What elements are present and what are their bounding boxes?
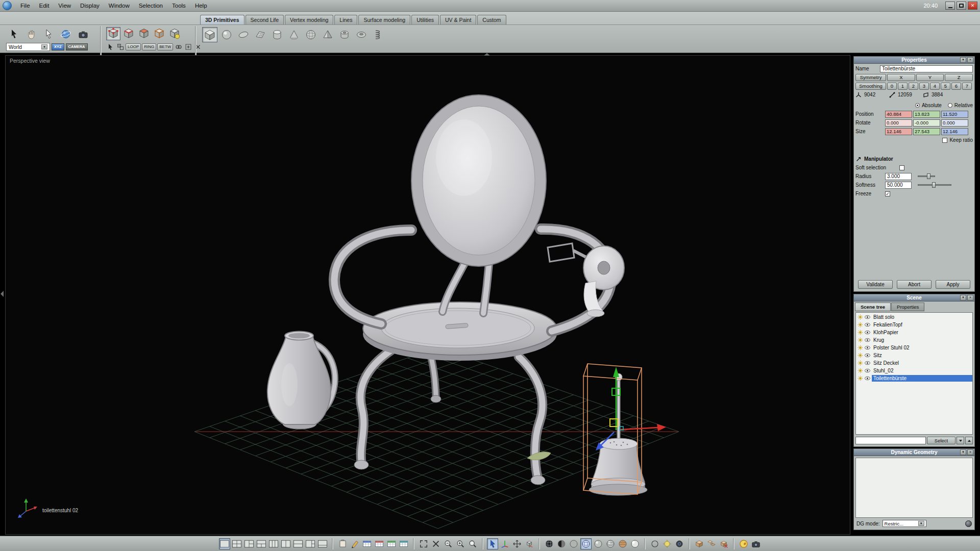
close-panel-icon[interactable]: ✕ [967,449,973,455]
manipulator-pointer-icon[interactable] [487,538,498,549]
collapse-panel-icon[interactable]: ▼ [960,449,966,455]
eye-icon[interactable] [865,375,870,381]
layout-single-icon[interactable] [219,538,230,549]
smoothing-1-button[interactable]: 1 [898,83,908,90]
ring-button[interactable]: RING [142,43,156,51]
softness-slider[interactable] [918,182,951,188]
snapshot-camera-icon[interactable] [750,538,762,549]
layout-three-col-icon[interactable] [268,538,279,549]
radius-slider[interactable] [918,173,935,179]
chair-model[interactable] [334,95,611,485]
vertex-select-mode-icon[interactable] [106,27,120,40]
pyramid-primitive-icon[interactable] [320,27,335,42]
render-icon[interactable] [738,538,749,549]
menu-view[interactable]: View [54,1,76,10]
name-field[interactable]: Toilettenbürste [880,65,973,72]
absolute-radio[interactable] [915,103,920,108]
lamp-icon[interactable] [857,353,863,358]
select-button[interactable]: Select [927,437,955,444]
collapse-panel-icon[interactable]: ▼ [960,57,966,63]
menu-file[interactable]: File [16,1,35,10]
zoom-out-icon[interactable] [443,538,454,549]
tab-uv-paint[interactable]: UV & Paint [440,15,476,24]
multi-select-mode-icon[interactable] [167,27,182,40]
scene-item[interactable]: Sitz Deckel [856,359,972,367]
menu-edit[interactable]: Edit [35,1,54,10]
freeze-checkbox[interactable]: ✓ [885,191,890,196]
box-delete-icon[interactable] [718,538,729,549]
toilet-brush-model[interactable] [589,373,647,495]
torus-primitive-icon[interactable] [354,27,369,42]
geosphere-primitive-icon[interactable] [303,27,318,42]
eye-icon[interactable] [865,337,870,343]
light-on-icon[interactable] [662,538,673,549]
cone-primitive-icon[interactable] [286,27,302,42]
smoothing-6-button[interactable]: 6 [951,83,961,90]
tab-vertex-modeling[interactable]: Vertex modeling [285,15,333,24]
face-select-mode-icon[interactable] [137,27,151,40]
menu-window[interactable]: Window [104,1,134,10]
pick-element-icon[interactable] [106,43,115,51]
size-y-field[interactable]: 27.543 [913,128,940,135]
symmetry-y-button[interactable]: Y [916,74,944,81]
position-y-field[interactable]: 13.823 [913,111,940,118]
maximize-viewport-icon[interactable] [418,538,429,549]
minimize-button[interactable] [945,2,955,10]
helix-primitive-icon[interactable] [371,27,386,42]
scene-item-selected[interactable]: Toilettenbürste [856,374,972,382]
loop-button[interactable]: LOOP [126,43,141,51]
dg-indicator-button[interactable] [965,520,972,527]
symmetry-z-button[interactable]: Z [945,74,973,81]
smoothing-3-button[interactable]: 3 [919,83,929,90]
splitter-handle-left[interactable] [1,291,4,297]
validate-button[interactable]: Validate [858,280,893,289]
position-z-field[interactable]: 11.520 [941,111,968,118]
shading-wire-shaded-icon[interactable] [580,538,592,549]
layout-quad-icon[interactable] [231,538,242,549]
pick-rectangle-icon[interactable] [116,43,125,51]
link-selection-icon[interactable] [174,43,183,51]
3d-scene[interactable] [6,56,850,535]
scene-tree-list[interactable]: Blatt solo FekalienTopf KlohPapier Krug … [855,312,973,435]
abort-button[interactable]: Abort [897,280,932,289]
zoom-fit-icon[interactable] [467,538,478,549]
grid-primitive-icon[interactable] [253,27,268,42]
close-button[interactable]: ✕ [968,2,977,10]
softness-field[interactable]: 50.000 [885,182,912,189]
pan-hand-icon[interactable] [23,27,39,41]
lamp-icon[interactable] [857,368,863,373]
shading-hiddenline-icon[interactable] [556,538,567,549]
box-duplicate-icon[interactable] [694,538,705,549]
menu-display[interactable]: Display [76,1,104,10]
between-button[interactable]: BETW [157,43,173,51]
perspective-viewport[interactable]: Perspective view [5,55,850,535]
tube-primitive-icon[interactable] [337,27,352,42]
tab-lines[interactable]: Lines [334,15,357,24]
eye-icon[interactable] [865,322,870,328]
apply-button[interactable]: Apply [936,280,970,289]
cube-primitive-icon[interactable] [202,27,217,42]
menu-help[interactable]: Help [190,1,212,10]
lamp-icon[interactable] [857,360,863,366]
table-green-icon[interactable] [386,538,397,549]
scene-item[interactable]: Sitz [856,352,972,359]
symmetry-x-button[interactable]: X [887,74,915,81]
scene-item[interactable]: Blatt solo [856,313,972,321]
symmetry-button[interactable]: Symmetry [855,74,886,81]
size-z-field[interactable]: 12.146 [941,128,968,135]
layout-two-row-icon[interactable] [292,538,304,549]
paper-roll-model[interactable] [548,243,624,317]
rotate-x-field[interactable]: 0.000 [885,119,912,127]
lamp-icon[interactable] [857,322,863,328]
shading-wireframe-icon[interactable] [544,538,555,549]
camera-icon[interactable] [76,27,91,41]
menu-tools[interactable]: Tools [167,1,190,10]
select-arrow-icon[interactable] [6,27,21,41]
shading-flat-icon[interactable] [568,538,579,549]
layout-side-panel-icon[interactable] [305,538,316,549]
table-blue-icon[interactable] [361,538,373,549]
lamp-icon[interactable] [857,330,863,335]
eye-icon[interactable] [865,314,870,320]
grow-selection-icon[interactable] [184,43,192,51]
lamp-icon[interactable] [857,345,863,350]
